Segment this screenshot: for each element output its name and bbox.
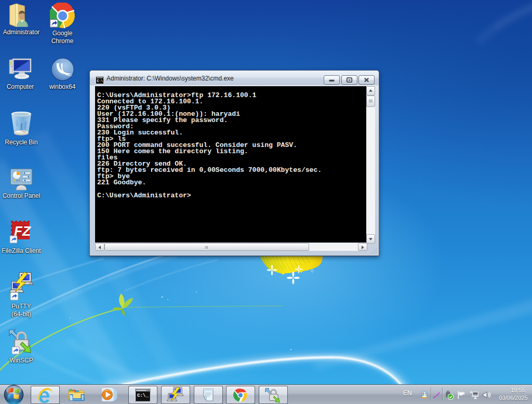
svg-text:C:\: C:\ bbox=[97, 79, 103, 83]
svg-text:C:\_: C:\_ bbox=[137, 393, 149, 398]
